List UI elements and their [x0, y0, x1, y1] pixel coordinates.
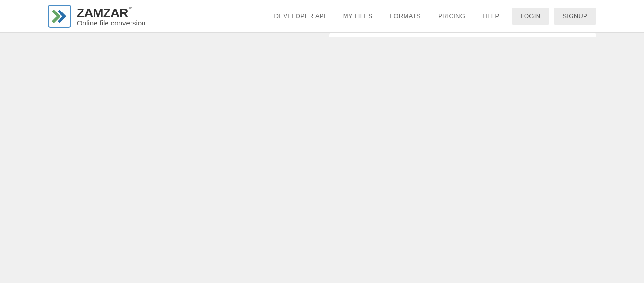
nav-pricing[interactable]: PRICING: [430, 8, 473, 25]
logo-icon: [48, 5, 71, 28]
logo-trademark: ™: [128, 6, 133, 11]
logo[interactable]: ZAMZAR™ Online file conversion: [48, 5, 145, 28]
intro-text: page also contains information on the MS…: [52, 36, 273, 37]
howto-card: HOW TO CONVERT A MSG TO A PDF FILE? Choo…: [329, 33, 596, 37]
logo-text: ZAMZAR™ Online file conversion: [77, 6, 145, 27]
nav-developer-api[interactable]: DEVELOPER API: [267, 8, 334, 25]
logo-subtitle: Online file conversion: [77, 19, 145, 27]
signup-button[interactable]: SIGNUP: [554, 8, 596, 25]
site-header: ZAMZAR™ Online file conversion DEVELOPER…: [0, 0, 644, 33]
nav-formats[interactable]: FORMATS: [382, 8, 429, 25]
login-button[interactable]: LOGIN: [512, 8, 549, 25]
main-nav: DEVELOPER API MY FILES FORMATS PRICING H…: [267, 8, 596, 25]
logo-title: ZAMZAR: [77, 6, 128, 20]
nav-help[interactable]: HELP: [475, 8, 507, 25]
intro-block: page also contains information on the MS…: [52, 36, 273, 37]
nav-my-files[interactable]: MY FILES: [335, 8, 380, 25]
